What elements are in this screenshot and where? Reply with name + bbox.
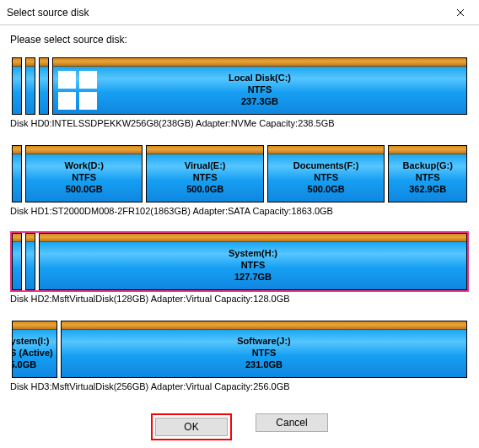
partition-body [13, 154, 21, 202]
partition[interactable] [25, 57, 35, 115]
close-button[interactable] [441, 0, 479, 25]
partition-header [40, 58, 48, 67]
partition-body [13, 242, 21, 289]
partition-label: Virual(E:) NTFS 500.0GB [185, 160, 226, 195]
disk-group: Local Disk(C:) NTFS 237.3GBDisk HD0:INTE… [10, 56, 469, 137]
disk-group: System(I:) FS (Active) 25.0GBSoftware(J:… [10, 319, 469, 400]
partition-label: Work(D:) NTFS 500.0GB [65, 160, 104, 195]
disk-list: Local Disk(C:) NTFS 237.3GBDisk HD0:INTE… [10, 56, 469, 400]
partition-header [40, 234, 466, 242]
disk-info: Disk HD0:INTELSSDPEKKW256G8(238GB) Adapt… [10, 116, 469, 137]
partition-body [40, 67, 48, 114]
disk-group: System(H:) NTFS 127.7GBDisk HD2:MsftVirt… [10, 231, 469, 312]
partition-row[interactable]: Work(D:) NTFS 500.0GBVirual(E:) NTFS 500… [10, 143, 469, 204]
dialog-content: Please select source disk: Local Disk(C:… [0, 25, 479, 444]
partition-row[interactable]: System(H:) NTFS 127.7GB [10, 231, 469, 292]
partition-label: Documents(F:) NTFS 500.0GB [293, 160, 359, 195]
partition-body [13, 67, 21, 114]
partition[interactable] [39, 57, 49, 115]
partition-body: System(I:) FS (Active) 25.0GB [13, 330, 57, 377]
cancel-button[interactable]: Cancel [256, 413, 328, 432]
disk-info: Disk HD3:MsftVirtualDisk(256GB) Adapter:… [10, 380, 469, 400]
partition-header [13, 321, 57, 330]
partition-header [13, 58, 21, 67]
partition-label: Backup(G:) NTFS 362.9GB [403, 160, 453, 195]
partition[interactable] [12, 233, 22, 290]
prompt-label: Please select source disk: [10, 34, 469, 46]
partition-row[interactable]: Local Disk(C:) NTFS 237.3GB [10, 56, 469, 116]
partition-header [13, 234, 21, 242]
partition-body: Virual(E:) NTFS 500.0GB [147, 154, 262, 202]
partition[interactable]: Software(J:) NTFS 231.0GB [61, 321, 467, 378]
partition-row[interactable]: System(I:) FS (Active) 25.0GBSoftware(J:… [10, 319, 469, 380]
partition-body [26, 242, 35, 289]
disk-info: Disk HD2:MsftVirtualDisk(128GB) Adapter:… [10, 292, 469, 312]
disk-info: Disk HD1:ST2000DM008-2FR102(1863GB) Adap… [10, 204, 469, 224]
partition[interactable]: Work(D:) NTFS 500.0GB [25, 145, 143, 202]
partition-header [62, 321, 466, 330]
partition[interactable]: Documents(F:) NTFS 500.0GB [267, 145, 385, 202]
partition-label: Software(J:) NTFS 231.0GB [237, 336, 291, 370]
partition-header [268, 146, 384, 154]
partition-header [26, 234, 35, 242]
partition-label: Local Disk(C:) NTFS 237.3GB [229, 73, 291, 107]
partition-body: Local Disk(C:) NTFS 237.3GB [53, 67, 466, 114]
partition-header [147, 146, 262, 154]
ok-button[interactable]: OK [155, 418, 228, 436]
partition-label: System(H:) NTFS 127.7GB [229, 248, 277, 283]
partition[interactable]: Backup(G:) NTFS 362.9GB [388, 145, 467, 202]
partition-label: System(I:) FS (Active) 25.0GB [13, 336, 53, 370]
partition-body: Documents(F:) NTFS 500.0GB [268, 154, 384, 202]
partition-header [53, 58, 466, 67]
partition-body: Backup(G:) NTFS 362.9GB [389, 154, 466, 202]
partition[interactable] [25, 233, 35, 290]
partition-header [13, 146, 21, 154]
partition[interactable] [12, 145, 22, 202]
title-bar: Select source disk [0, 0, 479, 25]
partition-header [26, 146, 142, 154]
ok-highlight: OK [151, 413, 232, 440]
partition-body [26, 67, 35, 114]
partition[interactable]: System(H:) NTFS 127.7GB [39, 233, 467, 290]
windows-logo-icon [58, 71, 97, 110]
partition-header [389, 146, 466, 154]
window-title: Select source disk [7, 7, 89, 19]
partition-body: System(H:) NTFS 127.7GB [40, 242, 466, 289]
partition[interactable]: System(I:) FS (Active) 25.0GB [12, 321, 57, 378]
partition[interactable] [12, 57, 22, 115]
partition[interactable]: Local Disk(C:) NTFS 237.3GB [52, 57, 467, 115]
partition-header [26, 58, 35, 67]
partition-body: Work(D:) NTFS 500.0GB [26, 154, 142, 202]
button-bar: OK Cancel [10, 407, 469, 440]
close-icon [456, 8, 465, 17]
disk-group: Work(D:) NTFS 500.0GBVirual(E:) NTFS 500… [10, 143, 469, 224]
partition[interactable]: Virual(E:) NTFS 500.0GB [146, 145, 263, 202]
partition-body: Software(J:) NTFS 231.0GB [62, 330, 466, 377]
